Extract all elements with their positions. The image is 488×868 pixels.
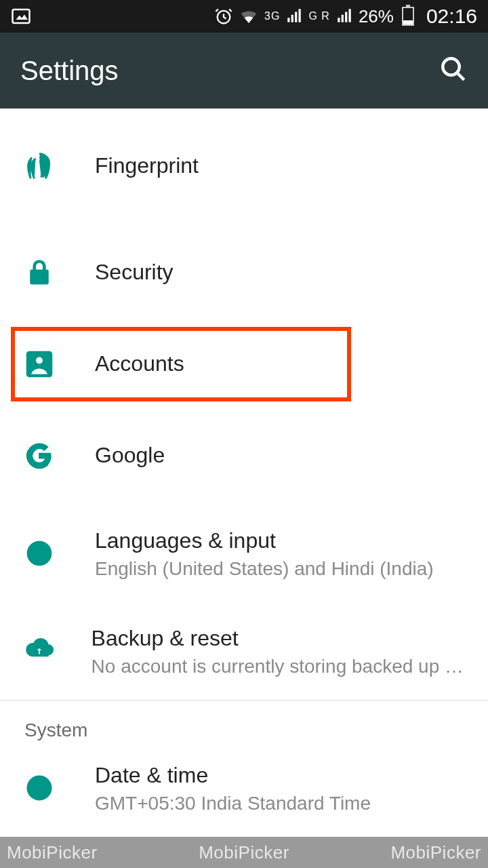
text-slot: Languages & input English (United States… xyxy=(95,527,464,580)
icon-slot xyxy=(24,258,95,288)
status-bar: 3G G R 26% 02:16 xyxy=(0,0,488,33)
signal2-icon xyxy=(336,7,353,25)
settings-item-backup[interactable]: Backup & reset No account is currently s… xyxy=(0,602,488,700)
svg-line-4 xyxy=(457,73,464,80)
settings-item-fingerprint[interactable]: Fingerprint xyxy=(0,108,488,224)
icon-slot xyxy=(24,538,95,568)
item-label: Security xyxy=(95,258,464,287)
network1-label: 3G xyxy=(264,10,280,22)
watermark-text: MobiPicker xyxy=(7,842,98,863)
svg-rect-5 xyxy=(30,270,48,283)
item-sub: No account is currently storing backed u… xyxy=(92,656,464,677)
lock-icon xyxy=(24,258,54,288)
google-icon xyxy=(24,441,54,471)
network2-label: G R xyxy=(308,10,329,22)
watermark-text: MobiPicker xyxy=(199,842,289,863)
settings-item-languages[interactable]: Languages & input English (United States… xyxy=(0,505,488,602)
watermark-text: MobiPicker xyxy=(390,842,481,863)
icon-slot xyxy=(24,773,95,803)
text-slot: Security xyxy=(95,258,464,287)
icon-slot xyxy=(24,636,92,666)
svg-rect-0 xyxy=(13,9,30,23)
watermark-bar: MobiPicker MobiPicker MobiPicker xyxy=(0,837,488,868)
settings-item-accounts[interactable]: Accounts xyxy=(0,321,488,407)
svg-marker-1 xyxy=(16,15,28,20)
clock-icon xyxy=(24,773,54,803)
text-slot: Accounts xyxy=(95,350,464,378)
text-slot: Fingerprint xyxy=(95,152,464,180)
fingerprint-icon xyxy=(24,151,54,181)
settings-item-security[interactable]: Security xyxy=(0,224,488,321)
wifi-icon xyxy=(239,6,259,26)
item-label: Backup & reset xyxy=(92,625,464,653)
text-slot: Google xyxy=(95,441,464,470)
globe-icon xyxy=(24,538,54,568)
svg-point-3 xyxy=(443,58,460,75)
item-label: Google xyxy=(95,441,464,470)
item-sub: English (United States) and Hindi (India… xyxy=(95,558,464,580)
status-left xyxy=(11,6,31,26)
cloud-upload-icon xyxy=(24,636,54,666)
app-bar: Settings xyxy=(0,33,488,108)
item-label: Date & time xyxy=(95,762,464,790)
clock-time: 02:16 xyxy=(426,5,477,28)
icon-slot xyxy=(24,349,95,379)
battery-percent: 26% xyxy=(359,6,394,27)
section-header-system: System xyxy=(0,700,488,747)
icon-slot xyxy=(24,151,95,181)
search-icon xyxy=(439,55,468,83)
item-label: Languages & input xyxy=(95,527,464,555)
item-sub: GMT+05:30 India Standard Time xyxy=(95,793,464,814)
svg-point-7 xyxy=(35,357,43,365)
alarm-icon xyxy=(214,7,233,26)
page-title: Settings xyxy=(20,56,119,86)
accounts-wrapper: Accounts xyxy=(0,321,488,407)
settings-list: Fingerprint Security Accounts xyxy=(0,108,488,829)
icon-slot xyxy=(24,441,95,471)
text-slot: Backup & reset No account is currently s… xyxy=(92,625,464,677)
photos-icon xyxy=(11,6,31,26)
text-slot: Date & time GMT+05:30 India Standard Tim… xyxy=(95,762,464,814)
person-icon xyxy=(24,349,54,379)
signal1-icon xyxy=(285,7,303,25)
status-right: 3G G R 26% 02:16 xyxy=(214,5,477,28)
item-label: Fingerprint xyxy=(95,152,464,180)
item-label: Accounts xyxy=(95,350,464,378)
settings-item-datetime[interactable]: Date & time GMT+05:30 India Standard Tim… xyxy=(0,747,488,829)
search-button[interactable] xyxy=(439,55,468,86)
battery-icon xyxy=(402,7,414,26)
settings-item-google[interactable]: Google xyxy=(0,407,488,505)
